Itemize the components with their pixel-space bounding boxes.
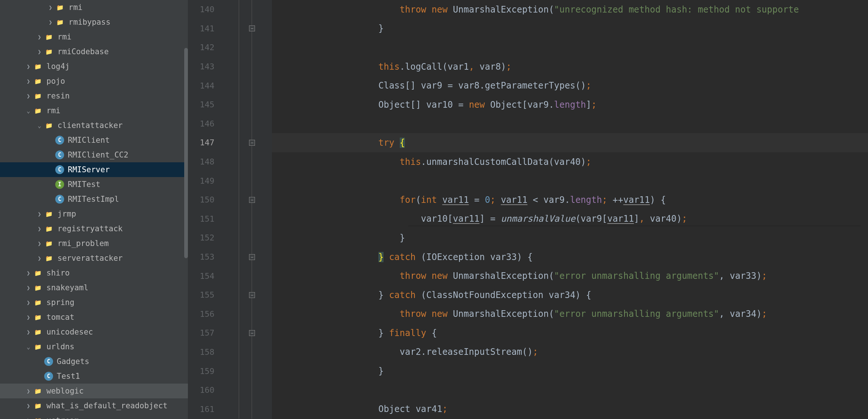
tree-item-xstream[interactable]: ❯📁xstream xyxy=(0,413,188,419)
tree-item-rmi[interactable]: ❯📁rmi xyxy=(0,30,188,44)
gutter-line[interactable]: 143 xyxy=(188,57,272,76)
chevron-right-icon[interactable]: ❯ xyxy=(46,19,55,26)
tree-item-rmiclient[interactable]: ·CRMIClient xyxy=(0,133,188,148)
tree-item-shiro[interactable]: ❯📁shiro xyxy=(0,266,188,280)
gutter-line[interactable]: 155− xyxy=(188,285,272,305)
gutter-line[interactable]: 149 xyxy=(188,171,272,190)
gutter-line[interactable]: 144 xyxy=(188,76,272,95)
tree-item-rmi[interactable]: ❯📁rmi xyxy=(0,0,188,15)
gutter-line[interactable]: 142 xyxy=(188,38,272,57)
tree-item-tomcat[interactable]: ❯📁tomcat xyxy=(0,310,188,325)
editor-gutter[interactable]: 140141−142143144145146147−148149150−1511… xyxy=(188,0,272,419)
tree-item-test1[interactable]: ·CTest1 xyxy=(0,369,188,384)
fold-toggle-icon[interactable]: − xyxy=(249,140,255,146)
chevron-right-icon[interactable]: ❯ xyxy=(35,255,44,262)
tree-item-jrmp[interactable]: ❯📁jrmp xyxy=(0,207,188,221)
tree-item-snakeyaml[interactable]: ❯📁snakeyaml xyxy=(0,280,188,295)
chevron-right-icon[interactable]: ❯ xyxy=(24,417,33,419)
tree-item-rmi[interactable]: ⌄📁rmi xyxy=(0,103,188,118)
gutter-line[interactable]: 147− xyxy=(188,133,272,152)
chevron-right-icon[interactable]: ❯ xyxy=(24,270,33,277)
code-line[interactable]: } xyxy=(272,19,868,38)
code-line[interactable]: } catch (ClassNotFoundException var34) { xyxy=(272,285,868,305)
code-line[interactable]: } finally { xyxy=(272,323,868,343)
chevron-right-icon[interactable]: ❯ xyxy=(35,211,44,218)
chevron-right-icon[interactable]: ❯ xyxy=(24,388,33,395)
tree-item-gadgets[interactable]: ·CGadgets xyxy=(0,354,188,369)
chevron-down-icon[interactable]: ⌄ xyxy=(24,107,33,114)
chevron-right-icon[interactable]: ❯ xyxy=(35,48,44,55)
gutter-line[interactable]: 158 xyxy=(188,343,272,362)
project-tree[interactable]: ❯📁rmi❯📁rmibypass❯📁rmi❯📁rmiCodebase❯📁log4… xyxy=(0,0,188,419)
code-line[interactable]: this.logCall(var1, var8); xyxy=(272,57,868,76)
code-line[interactable] xyxy=(272,114,868,134)
code-line[interactable]: throw new UnmarshalException("unrecogniz… xyxy=(272,0,868,19)
chevron-right-icon[interactable]: ❯ xyxy=(35,34,44,41)
code-line[interactable]: var10[var11] = unmarshalValue(var9[var11… xyxy=(272,210,868,229)
chevron-right-icon[interactable]: ❯ xyxy=(24,314,33,321)
fold-toggle-icon[interactable]: − xyxy=(249,254,255,260)
tree-item-pojo[interactable]: ❯📁pojo xyxy=(0,74,188,89)
code-line[interactable] xyxy=(272,38,868,57)
gutter-line[interactable]: 152 xyxy=(188,228,272,247)
tree-item-weblogic[interactable]: ❯📁weblogic xyxy=(0,384,188,398)
gutter-line[interactable]: 160 xyxy=(188,381,272,400)
chevron-down-icon[interactable]: ⌄ xyxy=(24,343,33,350)
code-editor[interactable]: throw new UnmarshalException("unrecogniz… xyxy=(272,0,868,419)
chevron-right-icon[interactable]: ❯ xyxy=(24,93,33,100)
tree-item-rmi-problem[interactable]: ❯📁rmi_problem xyxy=(0,236,188,251)
code-line[interactable]: var2.releaseInputStream(); xyxy=(272,343,868,362)
code-line[interactable]: Object[] var10 = new Object[var9.length]… xyxy=(272,95,868,114)
fold-toggle-icon[interactable]: − xyxy=(249,197,255,203)
code-line[interactable]: Class[] var9 = var8.getParameterTypes(); xyxy=(272,76,868,95)
chevron-right-icon[interactable]: ❯ xyxy=(35,225,44,232)
gutter-line[interactable]: 154 xyxy=(188,266,272,285)
chevron-right-icon[interactable]: ❯ xyxy=(35,240,44,247)
tree-item-what-is-default-readobject[interactable]: ❯📁what_is_default_readobject xyxy=(0,398,188,413)
gutter-line[interactable]: 157− xyxy=(188,323,272,343)
fold-toggle-icon[interactable]: − xyxy=(249,330,255,336)
tree-item-rmicodebase[interactable]: ❯📁rmiCodebase xyxy=(0,44,188,59)
gutter-line[interactable]: 146 xyxy=(188,114,272,134)
tree-item-spring[interactable]: ❯📁spring xyxy=(0,295,188,310)
code-line[interactable]: } xyxy=(272,228,868,247)
gutter-line[interactable]: 145 xyxy=(188,95,272,114)
code-line[interactable] xyxy=(272,381,868,400)
chevron-right-icon[interactable]: ❯ xyxy=(24,299,33,306)
code-line[interactable]: } catch (IOException var33) { xyxy=(272,247,868,267)
code-line[interactable] xyxy=(272,171,868,190)
tree-item-rmibypass[interactable]: ❯📁rmibypass xyxy=(0,15,188,30)
gutter-line[interactable]: 156 xyxy=(188,305,272,324)
gutter-line[interactable]: 153− xyxy=(188,247,272,267)
tree-scrollbar[interactable] xyxy=(184,48,188,258)
code-line-current[interactable]: try { xyxy=(272,133,868,152)
chevron-right-icon[interactable]: ❯ xyxy=(24,402,33,409)
tree-item-registryattack[interactable]: ❯📁registryattack xyxy=(0,221,188,236)
gutter-line[interactable]: 159 xyxy=(188,361,272,381)
fold-toggle-icon[interactable]: − xyxy=(249,292,255,298)
chevron-right-icon[interactable]: ❯ xyxy=(24,284,33,291)
code-line[interactable]: for(int var11 = 0; var11 < var9.length; … xyxy=(272,190,868,210)
code-line[interactable]: this.unmarshalCustomCallData(var40); xyxy=(272,152,868,172)
tree-item-rmiclient-cc2[interactable]: ·CRMIClient_CC2 xyxy=(0,148,188,162)
tree-item-rmiserver[interactable]: ·CRMIServer xyxy=(0,162,188,177)
gutter-line[interactable]: 148 xyxy=(188,152,272,172)
code-line[interactable]: } xyxy=(272,361,868,381)
gutter-line[interactable]: 150− xyxy=(188,190,272,210)
chevron-right-icon[interactable]: ❯ xyxy=(46,4,55,11)
gutter-line[interactable]: 140 xyxy=(188,0,272,19)
tree-item-serverattacker[interactable]: ❯📁serverattacker xyxy=(0,251,188,266)
tree-item-log4j[interactable]: ❯📁log4j xyxy=(0,59,188,74)
chevron-down-icon[interactable]: ⌄ xyxy=(35,122,44,129)
gutter-line[interactable]: 151 xyxy=(188,210,272,229)
tree-item-rmitest[interactable]: ·IRMITest xyxy=(0,177,188,192)
tree-item-urldns[interactable]: ⌄📁urldns xyxy=(0,339,188,354)
code-line[interactable]: throw new UnmarshalException("error unma… xyxy=(272,266,868,285)
code-line[interactable]: throw new UnmarshalException("error unma… xyxy=(272,305,868,324)
tree-item-rmitestimpl[interactable]: ·CRMITestImpl xyxy=(0,192,188,207)
tree-item-resin[interactable]: ❯📁resin xyxy=(0,89,188,103)
gutter-line[interactable]: 161 xyxy=(188,399,272,419)
chevron-right-icon[interactable]: ❯ xyxy=(24,78,33,85)
fold-toggle-icon[interactable]: − xyxy=(249,25,255,31)
code-line[interactable]: Object var41; xyxy=(272,399,868,419)
